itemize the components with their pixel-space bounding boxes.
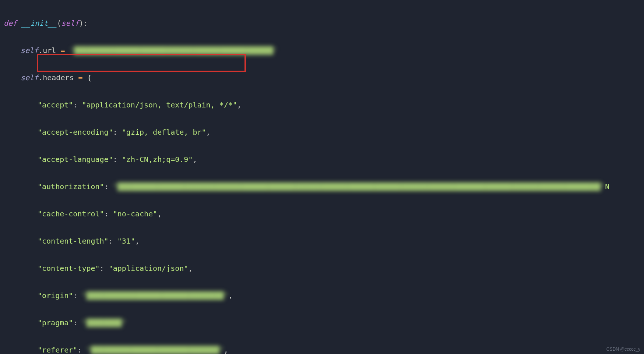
origin-value-blurred: "▓▓▓▓▓▓▓▓▓▓▓▓▓▓▓▓▓▓▓▓▓▓▓▓▓▓▓▓▓▓▓" xyxy=(82,291,228,300)
header-accept: "accept": "application/json, text/plain,… xyxy=(4,98,644,112)
function-name: __init__ xyxy=(21,19,57,28)
header-accept-language: "accept-language": "zh-CN,zh;q=0.9", xyxy=(4,153,644,166)
header-content-type: "content-type": "application/json", xyxy=(4,262,644,275)
code-line-headers: self.headers = { xyxy=(4,71,644,85)
auth-value-blurred: "▓▓▓▓▓▓▓▓▓▓▓▓▓▓▓▓▓▓▓▓▓▓▓▓▓▓▓▓▓▓▓▓▓▓▓▓▓▓▓… xyxy=(113,182,605,191)
watermark: CSDN @ccccc_y xyxy=(606,347,640,352)
header-authorization: "authorization": "▓▓▓▓▓▓▓▓▓▓▓▓▓▓▓▓▓▓▓▓▓▓… xyxy=(4,180,644,194)
referer-value-blurred: "▓▓▓▓▓▓▓▓▓▓▓▓▓▓▓▓▓▓▓▓▓▓▓▓▓▓▓▓▓" xyxy=(86,346,224,354)
code-editor[interactable]: def __init__(self): self.url = '▓▓▓▓▓▓▓▓… xyxy=(0,0,644,354)
header-accept-encoding: "accept-encoding": "gzip, deflate, br", xyxy=(4,125,644,139)
code-line-def: def __init__(self): xyxy=(4,17,644,30)
header-referer: "referer": "▓▓▓▓▓▓▓▓▓▓▓▓▓▓▓▓▓▓▓▓▓▓▓▓▓▓▓▓… xyxy=(4,343,644,354)
url-value-blurred: '▓▓▓▓▓▓▓▓▓▓▓▓▓▓▓▓▓▓▓▓▓▓▓▓▓▓▓▓▓▓▓▓▓▓▓▓▓▓▓… xyxy=(69,46,278,55)
keyword-def: def xyxy=(4,19,17,28)
header-origin: "origin": "▓▓▓▓▓▓▓▓▓▓▓▓▓▓▓▓▓▓▓▓▓▓▓▓▓▓▓▓▓… xyxy=(4,289,644,302)
header-content-length: "content-length": "31", xyxy=(4,234,644,248)
header-cache-control: "cache-control": "no-cache", xyxy=(4,207,644,221)
header-pragma: "pragma": "▓▓▓▓▓▓▓▓" xyxy=(4,316,644,330)
pragma-value-blurred: "▓▓▓▓▓▓▓▓" xyxy=(82,318,126,327)
param-self: self xyxy=(61,19,79,28)
code-line-url: self.url = '▓▓▓▓▓▓▓▓▓▓▓▓▓▓▓▓▓▓▓▓▓▓▓▓▓▓▓▓… xyxy=(4,44,644,57)
